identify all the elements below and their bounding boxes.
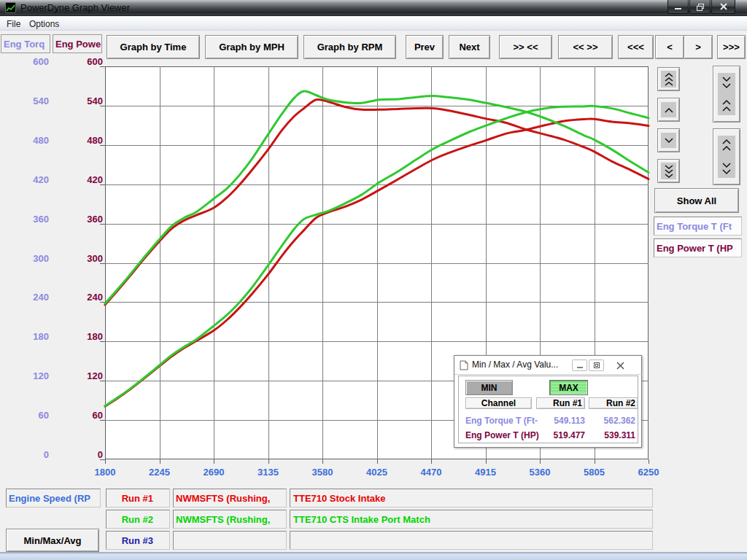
minmax-restore-button[interactable]	[589, 359, 604, 371]
y-axis-label-power: 120	[59, 370, 103, 381]
y-axis-label-torque: 360	[5, 214, 49, 225]
menu-options[interactable]: Options	[29, 19, 59, 29]
zoom-y-expand-button[interactable]	[713, 128, 740, 185]
pan-up-button[interactable]	[657, 98, 680, 122]
y-axis-label-power: 600	[59, 56, 103, 67]
y-axis-label-torque: 420	[5, 174, 49, 185]
close-button[interactable]	[711, 0, 735, 14]
y-axis-label-torque: 300	[5, 253, 49, 264]
min-button[interactable]: MIN	[465, 380, 513, 395]
minmax-window-title: Min / Max / Avg Valu...	[472, 359, 558, 370]
run1-label[interactable]: Run #1	[106, 489, 170, 508]
y-axis-label-torque: 0	[5, 449, 49, 460]
title-bar: PowerDyne Graph Viewer	[0, 0, 747, 16]
prev-button[interactable]: Prev	[406, 35, 444, 59]
minmax-col-channel: Channel	[465, 397, 532, 409]
x-axis-label: 5360	[516, 467, 563, 478]
zoom-y-collapse-button[interactable]	[713, 66, 740, 122]
x-axis-label: 1800	[82, 467, 128, 478]
channel-label-torque[interactable]: Eng Torque T (Ft	[654, 217, 742, 236]
y-axis-label-torque: 60	[5, 410, 49, 421]
y-axis-label-power: 180	[59, 331, 103, 342]
scroll-left-button[interactable]: <	[655, 35, 684, 59]
minmax-col-run1: Run #1	[536, 397, 585, 409]
y-axis-label-power: 240	[59, 292, 103, 303]
y-axis-label-torque: 120	[5, 370, 49, 381]
run3-label[interactable]: Run #3	[106, 531, 170, 550]
menu-bar: File Options	[0, 17, 747, 31]
y-axis-label-torque: 480	[5, 135, 49, 146]
run3-name[interactable]	[173, 531, 287, 550]
run1-name[interactable]: NWMSFTS (Rushing,	[173, 489, 287, 508]
show-all-button[interactable]: Show All	[654, 188, 739, 213]
menu-file[interactable]: File	[7, 19, 20, 29]
minmax-row-torque-channel: Eng Torque T (Ft-	[465, 416, 538, 426]
channel-label-power[interactable]: Eng Power T (HP	[654, 238, 742, 257]
minmax-torque-run2: 562.362	[586, 416, 635, 426]
x-axis-label: 2690	[190, 467, 237, 478]
graph-by-rpm-button[interactable]: Graph by RPM	[303, 35, 396, 59]
max-button[interactable]: MAX	[549, 380, 588, 395]
y-axis-label-power: 300	[59, 253, 103, 264]
y-axis-label-power: 360	[59, 214, 103, 225]
y-axis-label-torque: 600	[5, 56, 49, 67]
pan-down-button[interactable]	[657, 128, 680, 152]
minmax-col-run2: Run #2	[589, 397, 638, 409]
tab-eng-torque[interactable]: Eng Torq	[1, 34, 50, 53]
pan-down-fast-button[interactable]	[657, 159, 680, 183]
window-title: PowerDyne Graph Viewer	[20, 2, 130, 13]
minmax-window-icon	[459, 360, 469, 373]
minmax-minimize-button[interactable]	[572, 359, 587, 371]
zoom-out-button[interactable]: << >>	[558, 35, 613, 59]
window-bottom-frame	[0, 552, 747, 560]
next-button[interactable]: Next	[449, 35, 490, 59]
pan-up-fast-button[interactable]	[657, 67, 680, 91]
y-axis-label-torque: 540	[5, 96, 49, 106]
x-axis-label: 4025	[354, 467, 400, 478]
scroll-far-right-button[interactable]: >>>	[717, 35, 746, 59]
minmaxavg-button[interactable]: Min/Max/Avg	[6, 529, 99, 552]
run2-name[interactable]: NWMSFTS (Rushing,	[173, 510, 287, 529]
y-axis-label-power: 60	[59, 410, 103, 421]
scroll-right-button[interactable]: >	[684, 35, 713, 59]
y-axis-label-power: 480	[59, 135, 103, 146]
x-axis-label: 4470	[408, 467, 454, 478]
y-axis-label-power: 420	[59, 174, 103, 185]
tab-eng-power[interactable]: Eng Powe	[53, 34, 102, 53]
run2-desc[interactable]: TTE710 CTS Intake Port Match	[290, 510, 653, 529]
x-axis-label: 3580	[299, 467, 346, 478]
run2-label[interactable]: Run #2	[106, 510, 170, 529]
minmax-power-run2: 539.311	[586, 430, 635, 440]
x-axis-label: 4915	[462, 467, 509, 478]
restore-button[interactable]	[689, 0, 711, 14]
x-axis-label: 3135	[245, 467, 292, 478]
y-axis-label-power: 540	[59, 96, 103, 106]
x-axis-label: 2245	[136, 467, 183, 478]
y-axis-label-power: 0	[59, 449, 103, 460]
minmax-power-run1: 519.477	[534, 430, 585, 440]
zoom-in-button[interactable]: >> <<	[499, 35, 552, 59]
minmax-row-power-channel: Eng Power T (HP)	[465, 430, 539, 440]
minmax-title-separator	[454, 374, 643, 375]
x-axis-label: 6250	[625, 467, 672, 478]
scroll-far-left-button[interactable]: <<<	[618, 35, 654, 59]
y-axis-label-torque: 240	[5, 292, 49, 303]
run3-desc[interactable]	[290, 531, 653, 550]
graph-by-time-button[interactable]: Graph by Time	[107, 35, 200, 59]
x-axis-channel-label[interactable]: Engine Speed (RP	[6, 489, 101, 508]
app-window: PowerDyne Graph Viewer File Options Eng …	[0, 0, 747, 560]
minimize-button[interactable]	[667, 0, 689, 14]
y-axis-label-torque: 180	[5, 331, 49, 342]
run1-desc[interactable]: TTE710 Stock Intake	[290, 489, 653, 508]
app-icon	[5, 2, 16, 13]
minmax-close-button[interactable]	[612, 359, 629, 371]
graph-by-mph-button[interactable]: Graph by MPH	[205, 35, 298, 59]
minmax-torque-run1: 549.113	[534, 416, 585, 426]
x-axis-label: 5805	[571, 467, 618, 478]
minmax-window: Min / Max / Avg Valu... MIN MAX Channel …	[454, 355, 642, 448]
